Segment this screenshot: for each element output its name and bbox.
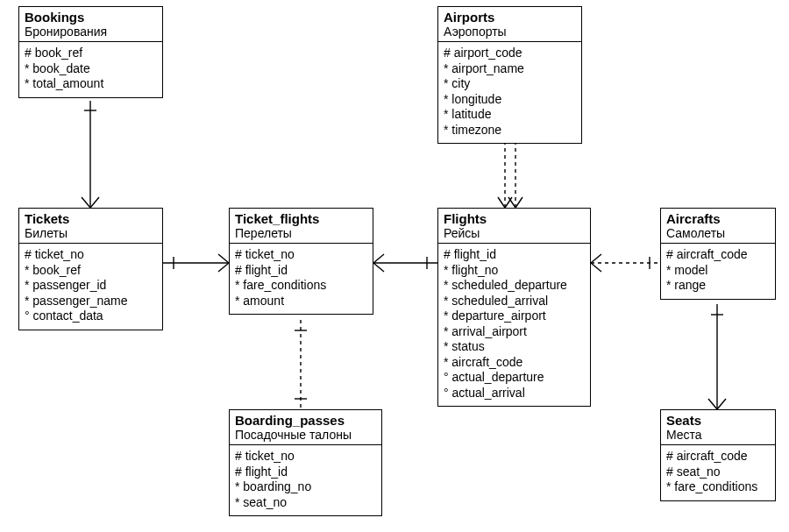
entity-subtitle: Билеты	[25, 226, 157, 240]
attribute-row: * model	[666, 263, 770, 279]
attribute-row: * aircraft_code	[444, 355, 585, 371]
entity-header: Boarding_passes Посадочные талоны	[230, 410, 381, 445]
entity-header: Flights Рейсы	[438, 209, 590, 244]
entity-subtitle: Аэропорты	[444, 25, 576, 39]
svg-line-21	[508, 197, 515, 208]
entity-title: Bookings	[25, 10, 157, 25]
attribute-row: # seat_no	[666, 465, 770, 480]
svg-line-0	[82, 197, 90, 208]
svg-line-20	[505, 197, 512, 208]
attribute-row: # aircraft_code	[666, 449, 770, 465]
entity-header: Seats Места	[661, 410, 775, 445]
attribute-row: * scheduled_arrival	[444, 294, 585, 309]
rel-airports-flights	[498, 134, 522, 208]
attribute-row: * status	[444, 339, 585, 355]
attribute-row: * flight_no	[444, 263, 585, 279]
attribute-row: * boarding_no	[235, 479, 376, 495]
entity-title: Ticket_flights	[235, 211, 367, 226]
attribute-row: * total_amount	[25, 76, 157, 92]
entity-attributes: # ticket_no# flight_id* boarding_no* sea…	[230, 445, 381, 515]
attribute-row: * latitude	[444, 107, 576, 123]
attribute-row: * book_date	[25, 61, 157, 77]
entity-seats: Seats Места # aircraft_code# seat_no* fa…	[660, 409, 776, 501]
attribute-row: # book_ref	[25, 46, 157, 61]
entity-ticket-flights: Ticket_flights Перелеты # ticket_no# fli…	[229, 208, 373, 315]
attribute-row: * timezone	[444, 123, 576, 138]
attribute-row: * airport_name	[444, 61, 576, 77]
attribute-row: # airport_code	[444, 46, 576, 61]
entity-title: Aircrafts	[666, 211, 770, 226]
svg-line-13	[717, 399, 726, 409]
attribute-row: # flight_id	[235, 465, 376, 480]
entity-title: Seats	[666, 413, 770, 428]
entity-boarding-passes: Boarding_passes Посадочные талоны # tick…	[229, 409, 382, 516]
attribute-row: * city	[444, 76, 576, 92]
svg-line-7	[373, 263, 384, 272]
attribute-row: # flight_id	[235, 263, 367, 279]
attribute-row: * amount	[235, 294, 367, 309]
svg-line-22	[515, 197, 522, 208]
attribute-row: # ticket_no	[235, 247, 367, 263]
attribute-row: * fare_conditions	[666, 479, 770, 495]
entity-aircrafts: Aircrafts Самолеты # aircraft_code* mode…	[660, 208, 776, 300]
entity-header: Airports Аэропорты	[438, 7, 581, 42]
attribute-row: * passenger_name	[25, 294, 157, 309]
entity-attributes: # flight_id* flight_no* scheduled_depart…	[438, 244, 590, 406]
entity-attributes: # aircraft_code* model* range	[661, 244, 775, 299]
svg-line-10	[591, 263, 601, 272]
attribute-row: * departure_airport	[444, 309, 585, 324]
entity-attributes: # ticket_no# flight_id* fare_conditions*…	[230, 244, 373, 314]
attribute-row: * seat_no	[235, 495, 376, 511]
entity-attributes: # book_ref* book_date* total_amount	[19, 42, 162, 97]
entity-header: Tickets Билеты	[19, 209, 162, 244]
attribute-row: * arrival_airport	[444, 324, 585, 340]
attribute-row: ° contact_data	[25, 309, 157, 324]
attribute-row: * fare_conditions	[235, 278, 367, 294]
entity-title: Tickets	[25, 211, 157, 226]
entity-attributes: # airport_code* airport_name* city* long…	[438, 42, 581, 143]
entity-flights: Flights Рейсы # flight_id* flight_no* sc…	[437, 208, 591, 407]
entity-subtitle: Бронирования	[25, 25, 157, 39]
attribute-row: * passenger_id	[25, 278, 157, 294]
attribute-row: * range	[666, 278, 770, 294]
entity-subtitle: Самолеты	[666, 226, 770, 240]
entity-subtitle: Рейсы	[444, 226, 585, 240]
entity-subtitle: Перелеты	[235, 226, 367, 240]
svg-line-6	[373, 254, 384, 263]
entity-header: Ticket_flights Перелеты	[230, 209, 373, 244]
entity-title: Airports	[444, 10, 576, 25]
attribute-row: # aircraft_code	[666, 247, 770, 263]
entity-title: Flights	[444, 211, 585, 226]
entity-subtitle: Места	[666, 428, 770, 442]
svg-line-19	[498, 197, 505, 208]
attribute-row: ° actual_departure	[444, 370, 585, 386]
attribute-row: * longitude	[444, 92, 576, 108]
svg-line-3	[218, 254, 229, 263]
entity-title: Boarding_passes	[235, 413, 376, 428]
entity-bookings: Bookings Бронирования # book_ref* book_d…	[18, 6, 163, 98]
entity-attributes: # ticket_no* book_ref* passenger_id* pas…	[19, 244, 162, 330]
svg-line-12	[708, 399, 717, 409]
entity-tickets: Tickets Билеты # ticket_no* book_ref* pa…	[18, 208, 163, 330]
entity-airports: Airports Аэропорты # airport_code* airpo…	[437, 6, 582, 144]
attribute-row: * book_ref	[25, 263, 157, 279]
attribute-row: # ticket_no	[25, 247, 157, 263]
svg-line-4	[218, 263, 229, 272]
entity-attributes: # aircraft_code# seat_no* fare_condition…	[661, 445, 775, 500]
attribute-row: * scheduled_departure	[444, 278, 585, 294]
svg-line-1	[90, 197, 99, 208]
attribute-row: # ticket_no	[235, 449, 376, 465]
entity-header: Aircrafts Самолеты	[661, 209, 775, 244]
attribute-row: ° actual_arrival	[444, 386, 585, 401]
svg-line-9	[591, 254, 601, 263]
attribute-row: # flight_id	[444, 247, 585, 263]
entity-header: Bookings Бронирования	[19, 7, 162, 42]
entity-subtitle: Посадочные талоны	[235, 428, 376, 442]
